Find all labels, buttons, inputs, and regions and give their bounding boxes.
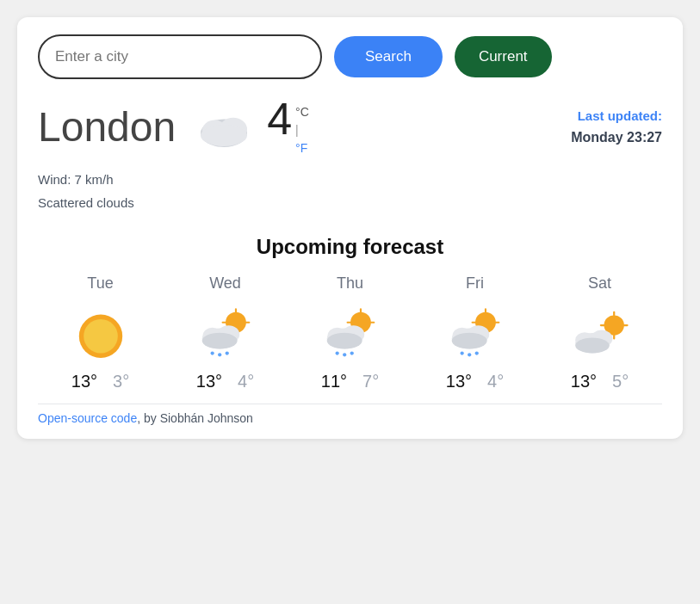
footer: Open-source code, by Siobhán Johnson [38, 411, 662, 425]
temp-celsius[interactable]: °C [295, 103, 309, 121]
day-label-fri: Fri [466, 274, 484, 293]
svg-point-26 [326, 333, 362, 349]
forecast-day-sat: Sat 13° 5° [537, 274, 662, 391]
temp-hi-sat: 13° [571, 372, 597, 391]
temp-lo-fri: 4° [487, 372, 504, 391]
forecast-icon-fri [444, 306, 506, 361]
svg-point-40 [468, 353, 471, 356]
temp-hi-fri: 13° [446, 372, 472, 391]
last-updated-label: Last updated: [571, 106, 662, 126]
svg-point-38 [451, 333, 486, 349]
forecast-icon-tue [70, 306, 132, 361]
forecast-section: Upcoming forecast Tue 13° 3° Wed [38, 235, 662, 391]
footer-suffix: , by Siobhán Johnson [137, 411, 253, 425]
forecast-day-fri: Fri 13° 4° [412, 274, 537, 391]
svg-point-27 [335, 351, 338, 354]
forecast-grid: Tue 13° 3° Wed [38, 274, 662, 391]
temp-units: °C | °F [295, 103, 309, 157]
day-label-tue: Tue [87, 274, 113, 293]
svg-point-17 [225, 351, 228, 354]
forecast-icon-thu [319, 306, 381, 361]
current-button[interactable]: Current [455, 36, 552, 77]
forecast-day-tue: Tue 13° 3° [38, 274, 163, 391]
temp-row-tue: 13° 3° [71, 372, 129, 391]
svg-point-14 [201, 333, 237, 349]
forecast-title: Upcoming forecast [38, 235, 662, 259]
open-source-link[interactable]: Open-source code [38, 411, 137, 425]
temp-row-sat: 13° 5° [571, 372, 629, 391]
forecast-day-thu: Thu 11° 7° [288, 274, 412, 391]
weather-condition: Scattered clouds [38, 191, 662, 214]
temp-fahrenheit[interactable]: °F [295, 139, 309, 157]
temp-block: 4 °C | °F [267, 96, 309, 157]
temp-row-wed: 13° 4° [196, 372, 254, 391]
temp-hi-wed: 13° [196, 372, 222, 391]
last-updated: Last updated: Monday 23:27 [571, 106, 662, 149]
day-label-wed: Wed [209, 274, 241, 293]
wind-speed: Wind: 7 km/h [38, 168, 662, 191]
svg-point-28 [343, 353, 346, 356]
temp-lo-sat: 5° [612, 372, 629, 391]
temp-row-thu: 11° 7° [321, 372, 379, 391]
temp-separator: | [295, 121, 309, 139]
temp-lo-thu: 7° [362, 372, 379, 391]
city-input[interactable] [38, 34, 322, 79]
weather-card: Search Current London 4 °C | °F Last upd… [17, 17, 683, 439]
temp-hi-tue: 13° [71, 372, 97, 391]
svg-point-29 [350, 351, 353, 354]
wind-info: Wind: 7 km/h Scattered clouds [38, 168, 662, 214]
forecast-icon-wed [195, 306, 257, 361]
svg-point-5 [84, 319, 118, 354]
day-label-sat: Sat [588, 274, 611, 293]
forecast-day-wed: Wed [163, 274, 288, 391]
svg-point-3 [201, 124, 247, 145]
cloud-icon [193, 106, 255, 149]
temp-number: 4 [267, 96, 292, 141]
temp-hi-thu: 11° [321, 372, 347, 391]
weather-main: London 4 °C | °F Last updated: Monday 23… [38, 96, 662, 157]
svg-point-15 [210, 351, 214, 354]
search-button[interactable]: Search [334, 36, 443, 77]
day-label-thu: Thu [337, 274, 363, 293]
forecast-icon-sat [569, 306, 631, 361]
last-updated-time: Monday 23:27 [571, 126, 662, 149]
svg-point-41 [474, 351, 478, 354]
temp-lo-tue: 3° [113, 372, 129, 391]
temp-lo-wed: 4° [238, 372, 254, 391]
top-bar: Search Current [38, 34, 662, 79]
temp-row-fri: 13° 4° [446, 372, 504, 391]
divider [38, 404, 662, 404]
city-name: London [38, 103, 176, 151]
svg-point-50 [575, 338, 610, 354]
svg-point-16 [218, 353, 221, 356]
svg-point-39 [460, 351, 463, 354]
